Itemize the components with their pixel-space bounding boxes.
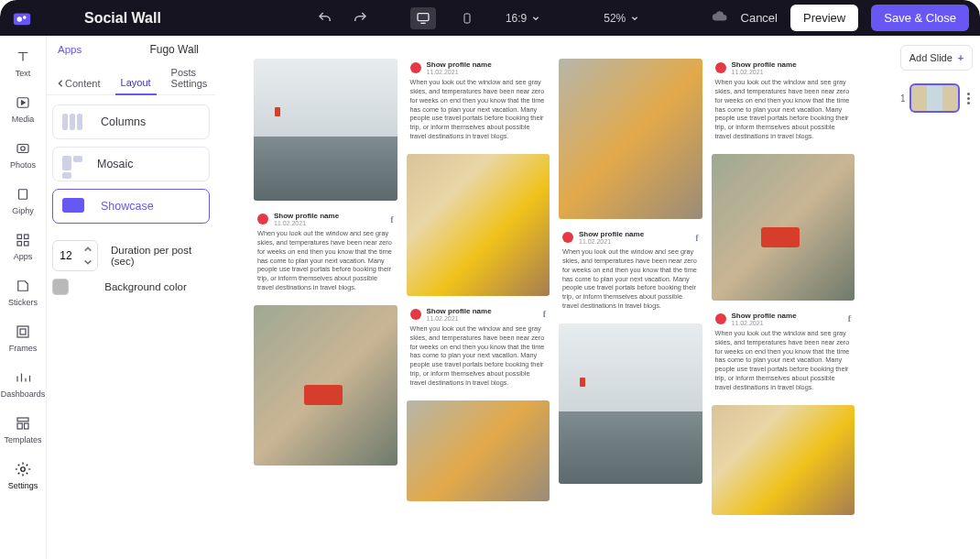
post-image: [559, 323, 702, 484]
bg-color-label: Background color: [82, 281, 210, 292]
svg-rect-9: [17, 235, 22, 239]
svg-rect-13: [17, 326, 28, 337]
post-image: [712, 154, 855, 301]
svg-rect-12: [25, 242, 29, 247]
mosaic-icon: [62, 156, 84, 172]
slide-menu-icon[interactable]: [964, 93, 973, 104]
post-image: [559, 59, 702, 219]
profile-name: Show profile name: [274, 212, 339, 220]
avatar: [257, 214, 268, 225]
facebook-icon: f: [390, 214, 393, 225]
duration-stepper[interactable]: [52, 240, 98, 271]
preview-button[interactable]: Preview: [790, 5, 858, 31]
add-slide-button[interactable]: Add Slide+: [900, 45, 973, 71]
aspect-select[interactable]: 16:9: [506, 12, 539, 25]
bg-color-swatch[interactable]: [52, 279, 69, 295]
svg-rect-14: [20, 329, 26, 334]
social-wall-preview[interactable]: Show profile name11.02.2021f When you lo…: [254, 59, 855, 515]
post-image: [254, 59, 397, 201]
layout-option-mosaic[interactable]: Mosaic: [52, 147, 210, 181]
sidebar-wall-name: Fugo Wall: [149, 43, 199, 56]
rail-apps[interactable]: Apps: [2, 232, 44, 261]
svg-rect-8: [19, 190, 27, 200]
slide-number: 1: [900, 93, 906, 104]
plus-icon: +: [958, 52, 964, 63]
cloud-sync-icon: [712, 8, 728, 28]
post-image: [254, 305, 397, 466]
layout-option-showcase[interactable]: Showcase: [52, 189, 210, 224]
duration-label: Duration per post (sec): [111, 245, 210, 267]
svg-rect-15: [17, 418, 28, 422]
svg-point-1: [17, 16, 23, 22]
post-image: [407, 154, 550, 296]
canvas: Show profile name11.02.2021f When you lo…: [215, 36, 893, 559]
avatar: [410, 62, 421, 73]
rail-text[interactable]: Text: [2, 49, 44, 78]
sidebar-apps-link[interactable]: Apps: [58, 44, 82, 55]
redo-icon[interactable]: [352, 10, 368, 27]
cancel-button[interactable]: Cancel: [741, 11, 778, 25]
zoom-select[interactable]: 52%: [604, 12, 638, 25]
rail-media[interactable]: Media: [2, 94, 44, 124]
svg-point-18: [21, 467, 26, 472]
rail-templates[interactable]: Templates: [2, 415, 44, 444]
tab-posts-settings[interactable]: Posts Settings: [166, 61, 213, 94]
duration-input[interactable]: [53, 249, 79, 262]
stepper-up[interactable]: [82, 243, 93, 256]
svg-rect-6: [17, 145, 28, 153]
sidebar: Apps Fugo Wall Content Layout Posts Sett…: [46, 36, 215, 559]
rail-photos[interactable]: Photos: [2, 140, 44, 170]
svg-rect-3: [418, 13, 429, 20]
svg-rect-16: [17, 423, 22, 429]
columns-icon: [62, 114, 88, 130]
svg-point-2: [23, 16, 27, 19]
tab-layout[interactable]: Layout: [115, 71, 157, 95]
svg-rect-17: [25, 423, 29, 429]
post-image: [712, 405, 855, 515]
svg-point-7: [21, 147, 26, 151]
rail-settings[interactable]: Settings: [2, 461, 44, 490]
rail-frames[interactable]: Frames: [2, 323, 44, 353]
undo-icon[interactable]: [317, 10, 333, 27]
showcase-icon: [62, 198, 88, 214]
layout-option-columns[interactable]: Columns: [52, 104, 210, 139]
rail-giphy[interactable]: Giphy: [2, 186, 44, 215]
rail-dashboards[interactable]: Dashboards: [2, 369, 44, 399]
page-title: Social Wall: [84, 10, 161, 27]
rail-stickers[interactable]: Stickers: [2, 278, 44, 307]
slide-thumbnail[interactable]: [909, 83, 961, 113]
mobile-device-button[interactable]: [454, 7, 480, 29]
svg-rect-4: [464, 14, 470, 23]
tab-content[interactable]: Content: [50, 72, 106, 94]
save-close-button[interactable]: Save & Close: [871, 5, 969, 31]
desktop-device-button[interactable]: [410, 7, 436, 29]
svg-rect-10: [25, 235, 29, 239]
svg-rect-11: [17, 242, 22, 247]
post-image: [407, 400, 550, 501]
app-logo: [4, 8, 40, 28]
stepper-down[interactable]: [82, 256, 93, 269]
